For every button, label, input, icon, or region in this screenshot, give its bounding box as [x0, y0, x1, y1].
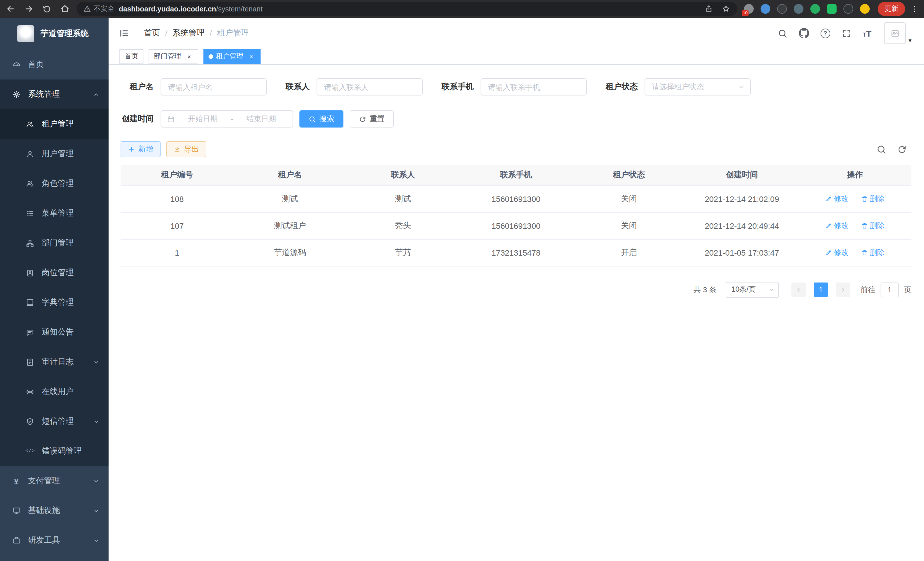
tenant-name-input[interactable] [160, 78, 267, 96]
sidebar-item-pay[interactable]: ¥ 支付管理 [0, 466, 109, 496]
phone-input[interactable] [481, 78, 587, 96]
dashboard-icon [11, 60, 21, 69]
browser-menu-icon[interactable]: ⋮ [911, 5, 918, 13]
document-icon [25, 358, 35, 366]
edit-link[interactable]: 修改 [825, 247, 849, 258]
share-icon[interactable] [705, 5, 713, 13]
security-chip[interactable]: 不安全 [83, 4, 114, 14]
chevron-down-icon [93, 478, 99, 484]
column-header: 创建时间 [686, 165, 798, 185]
shield-icon [25, 417, 35, 426]
sidebar-item-system[interactable]: 系统管理 [0, 80, 109, 109]
sidebar-item-post[interactable]: 岗位管理 [0, 258, 109, 288]
tab-dept[interactable]: 部门管理 × [148, 49, 198, 64]
github-icon[interactable] [799, 28, 809, 38]
browser-profile-icon[interactable] [860, 4, 870, 14]
table-row: 107 测试租户 秃头 15601691300 关闭 2021-12-14 20… [121, 212, 911, 239]
close-icon[interactable]: × [248, 52, 255, 60]
delete-link[interactable]: 删除 [861, 220, 885, 231]
sidebar-item-user[interactable]: 用户管理 [0, 139, 109, 169]
filter-row-1: 租户名 联系人 联系手机 租户状态 请选择租户状态 [121, 78, 911, 96]
help-icon[interactable]: ? [820, 28, 830, 38]
search-button[interactable]: 搜索 [299, 110, 344, 128]
logo-avatar [17, 25, 34, 42]
sidebar-item-sms[interactable]: 短信管理 [0, 407, 109, 436]
sidebar-item-infra[interactable]: 基础设施 [0, 496, 109, 526]
delete-link[interactable]: 删除 [861, 194, 885, 204]
extension-icon[interactable] [843, 4, 853, 14]
breadcrumb-system[interactable]: 系统管理 [172, 28, 205, 38]
sidebar-item-online-user[interactable]: 在线用户 [0, 377, 109, 407]
filter-phone: 联系手机 [442, 78, 587, 96]
edit-icon [825, 222, 832, 229]
sidebar-item-tenant[interactable]: 租户管理 [0, 109, 109, 139]
refresh-table-icon[interactable] [897, 144, 907, 154]
add-button[interactable]: 新增 [121, 141, 160, 157]
close-icon[interactable]: × [185, 52, 193, 60]
bookmark-star-icon[interactable] [722, 5, 730, 13]
sidebar-item-home[interactable]: 首页 [0, 50, 109, 80]
screen: 不安全 dashboard.yudao.iocoder.cn/system/te… [0, 0, 924, 561]
header-search-icon[interactable] [777, 28, 787, 38]
contact-input[interactable] [316, 78, 423, 96]
browser-update-button[interactable]: 更新 [878, 2, 905, 16]
tab-label: 部门管理 [154, 51, 181, 61]
edit-icon [825, 195, 832, 202]
sidebar-item-label: 审计日志 [42, 357, 86, 367]
page-size-select[interactable]: 10条/页 [726, 282, 779, 298]
trash-icon [861, 222, 868, 229]
sidebar-item-label: 短信管理 [42, 416, 86, 427]
extension-icon[interactable] [794, 4, 803, 14]
sidebar-item-role[interactable]: 角色管理 [0, 169, 109, 199]
next-page-button[interactable] [836, 283, 850, 297]
tab-label: 首页 [124, 51, 138, 61]
page-size-value: 10条/页 [731, 285, 756, 295]
goto-page-input[interactable] [880, 282, 899, 297]
status-select[interactable]: 请选择租户状态 [645, 78, 751, 96]
extension-icon[interactable] [760, 4, 770, 14]
address-bar[interactable]: 不安全 dashboard.yudao.iocoder.cn/system/te… [76, 2, 737, 16]
status-select-placeholder: 请选择租户状态 [652, 82, 704, 92]
back-icon[interactable] [6, 4, 15, 14]
sidebar-item-audit-log[interactable]: 审计日志 [0, 347, 109, 377]
active-dot [208, 54, 213, 59]
status-label: 租户状态 [606, 82, 638, 92]
page-number-current[interactable]: 1 [814, 283, 828, 297]
edit-link[interactable]: 修改 [825, 220, 849, 231]
forward-icon[interactable] [24, 4, 34, 14]
date-range-picker[interactable]: 开始日期 - 结束日期 [160, 110, 293, 128]
sidebar-item-devtools[interactable]: 研发工具 [0, 526, 109, 555]
app-logo[interactable]: 芋道管理系统 [0, 18, 109, 50]
extension-icon[interactable] [827, 4, 837, 14]
tab-tenant[interactable]: 租户管理 × [203, 49, 261, 64]
sidebar-item-notice[interactable]: 通知公告 [0, 317, 109, 347]
reload-icon[interactable] [42, 4, 51, 14]
prev-page-button[interactable] [791, 283, 806, 297]
user-avatar[interactable]: ▼ [884, 22, 906, 44]
sidebar-item-dept[interactable]: 部门管理 [0, 228, 109, 258]
tab-home[interactable]: 首页 [119, 49, 143, 64]
export-button[interactable]: 导出 [166, 141, 206, 157]
filter-tenant-name: 租户名 [121, 78, 267, 96]
chevron-down-icon [769, 287, 774, 293]
create-time-label: 创建时间 [121, 114, 154, 124]
sidebar-item-dict[interactable]: 字典管理 [0, 288, 109, 317]
date-start-placeholder[interactable]: 开始日期 [177, 114, 229, 124]
sidebar-item-label: 基础设施 [28, 505, 86, 516]
breadcrumb-home[interactable]: 首页 [144, 28, 160, 38]
reset-button[interactable]: 重置 [350, 110, 394, 128]
chevron-left-icon [795, 287, 802, 293]
sidebar-item-error-code[interactable]: </> 错误码管理 [0, 436, 109, 466]
sidebar-toggle-icon[interactable] [119, 28, 129, 38]
edit-link[interactable]: 修改 [825, 194, 849, 204]
font-size-icon[interactable]: TT [862, 29, 872, 38]
date-end-placeholder[interactable]: 结束日期 [236, 114, 287, 124]
fullscreen-icon[interactable] [842, 28, 851, 38]
sidebar-item-menu[interactable]: 菜单管理 [0, 199, 109, 228]
show-search-icon[interactable] [877, 144, 886, 154]
home-icon[interactable] [60, 4, 70, 14]
extension-icon[interactable] [777, 4, 787, 14]
extension-icon[interactable] [810, 4, 820, 14]
delete-link[interactable]: 删除 [861, 247, 885, 258]
extension-icon[interactable]: 10 [744, 4, 754, 14]
